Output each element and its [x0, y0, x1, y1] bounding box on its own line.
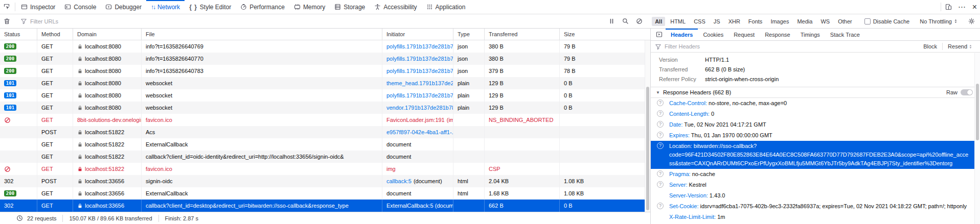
node-picker-button[interactable]: [0, 0, 14, 14]
help-icon[interactable]: ?: [657, 170, 664, 177]
details-panel-toggle-button[interactable]: [651, 29, 666, 40]
initiator-link[interactable]: callback:5: [386, 178, 412, 184]
details-tab-response[interactable]: Response: [760, 29, 795, 40]
table-row[interactable]: 200GETlocalhost:33656ExternalCallbackdoc…: [0, 187, 650, 200]
block-url-button[interactable]: Block: [920, 42, 940, 51]
disable-cache-checkbox[interactable]: Disable Cache: [861, 18, 914, 24]
initiator-link[interactable]: FaviconLoader.jsm:191: [386, 117, 445, 123]
column-header-initiator[interactable]: Initiator: [382, 29, 453, 40]
filter-pill-images[interactable]: Images: [767, 17, 792, 26]
tab-performance[interactable]: Performance: [236, 0, 289, 14]
column-header-domain[interactable]: Domain: [73, 29, 142, 40]
initiator-link[interactable]: e957f897-042e-4ba1-aff1-...: [386, 129, 453, 135]
initiator-link[interactable]: polyfills.1791b137de281b787...: [386, 68, 453, 74]
tab-network[interactable]: ↑↓Network: [146, 0, 185, 14]
tab-accessibility[interactable]: Accessibility: [370, 0, 421, 14]
initiator-link[interactable]: polyfills.1791b137de281b787...: [386, 92, 453, 98]
help-icon[interactable]: ?: [657, 203, 664, 209]
column-header-type[interactable]: Type: [453, 29, 485, 40]
close-devtools-button[interactable]: ×: [969, 0, 980, 14]
initiator-link[interactable]: vendor.1791b137de281b787...: [386, 105, 453, 111]
header-item-set-cookie[interactable]: ?Set-Cookie: idsrv=adf6cba1-7075-402b-9e…: [651, 201, 980, 212]
pause-recording-button[interactable]: [605, 18, 619, 24]
help-icon[interactable]: ?: [657, 121, 664, 128]
help-icon[interactable]: ?: [657, 142, 664, 149]
table-row[interactable]: GETlocalhost:51822callback?client_id=oid…: [0, 151, 650, 163]
filter-pill-js[interactable]: JS: [711, 17, 723, 26]
table-row[interactable]: POSTlocalhost:51822Acse957f897-042e-4ba1…: [0, 126, 650, 138]
column-header-method[interactable]: Method: [37, 29, 73, 40]
details-tab-headers[interactable]: Headers: [666, 29, 698, 40]
header-item-expires[interactable]: ?Expires: Thu, 01 Jan 1970 00:00:00 GMT: [651, 130, 980, 141]
filter-pill-all[interactable]: All: [652, 17, 665, 26]
resend-button[interactable]: Resend: [945, 42, 976, 51]
filter-pill-fonts[interactable]: Fonts: [745, 17, 766, 26]
filter-pill-ws[interactable]: WS: [817, 17, 833, 26]
scrollbar-thumb[interactable]: [976, 84, 979, 140]
table-row[interactable]: GETlocalhost:51822favicon.icoimgCSP: [0, 163, 650, 175]
initiator-link[interactable]: polyfills.1791b137de281b787...: [386, 43, 453, 49]
throttling-dropdown[interactable]: No Throttling: [916, 18, 962, 24]
responsive-design-button[interactable]: [942, 0, 955, 14]
performance-analysis-icon[interactable]: [16, 215, 23, 221]
filter-urls-input[interactable]: Filter URLs: [16, 18, 62, 24]
tab-storage[interactable]: Storage: [330, 0, 370, 14]
search-button[interactable]: [619, 18, 632, 24]
initiator-link[interactable]: polyfills.1791b137de281b787...: [386, 56, 453, 62]
header-item-server[interactable]: ?Server: Kestrel: [651, 180, 980, 190]
details-tab-request[interactable]: Request: [728, 29, 760, 40]
column-header-file[interactable]: File: [142, 29, 382, 40]
header-item-pragma[interactable]: ?Pragma: no-cache: [651, 169, 980, 180]
table-row[interactable]: GET8bit-solutions-dev.onelogin....favico…: [0, 114, 650, 126]
table-row[interactable]: 302POSTlocalhost:33656signin-oidccallbac…: [0, 175, 650, 187]
filter-pill-media[interactable]: Media: [794, 17, 815, 26]
header-item-x-rate-limit-limit[interactable]: X-Rate-Limit-Limit: 1m: [651, 212, 980, 222]
header-item-content-length[interactable]: ?Content-Length: 0: [651, 109, 980, 119]
table-row[interactable]: 101GETlocalhost:8080websocketvendor.1791…: [0, 102, 650, 114]
table-row[interactable]: 101GETlocalhost:8080websockettheme_head.…: [0, 77, 650, 89]
tab-inspector[interactable]: Inspector: [16, 0, 60, 14]
help-icon[interactable]: ?: [657, 181, 664, 188]
blocked-icon: [4, 166, 11, 172]
initiator-link[interactable]: theme_head.1791b137de281...: [386, 80, 453, 86]
network-settings-button[interactable]: [965, 18, 980, 24]
tab-application[interactable]: Application: [422, 0, 470, 14]
header-item-date[interactable]: ?Date: Tue, 02 Nov 2021 04:17:21 GMT: [651, 119, 980, 130]
header-item-cache-control[interactable]: ?Cache-Control: no-store, no-cache, max-…: [651, 98, 980, 109]
filter-pill-html[interactable]: HTML: [667, 17, 689, 26]
header-item-server-version[interactable]: Server-Version: 1.43.0: [651, 190, 980, 201]
column-header-size[interactable]: Size: [560, 29, 650, 40]
details-scrollbar[interactable]: [974, 53, 980, 224]
table-row[interactable]: 200GETlocalhost:8080info?t=1635826640770…: [0, 53, 650, 65]
clear-requests-button[interactable]: [0, 18, 14, 24]
filter-pill-xhr[interactable]: XHR: [725, 17, 743, 26]
tab-console[interactable]: Console: [60, 0, 101, 14]
help-icon[interactable]: ?: [657, 110, 664, 117]
filter-pill-other[interactable]: Other: [835, 17, 855, 26]
details-tab-cookies[interactable]: Cookies: [698, 29, 728, 40]
raw-toggle[interactable]: [961, 89, 973, 95]
toolbox-menu-button[interactable]: ⋯: [955, 0, 969, 14]
tab-label: Accessibility: [383, 4, 417, 11]
request-blocking-button[interactable]: [632, 18, 646, 24]
table-row[interactable]: GETlocalhost:51822ExternalCallbackdocume…: [0, 138, 650, 151]
help-icon[interactable]: ?: [657, 99, 664, 106]
header-item-location[interactable]: ?Location: bitwarden://sso-callback?code…: [651, 141, 980, 169]
table-row[interactable]: 200GETlocalhost:8080info?t=1635826640783…: [0, 65, 650, 77]
tab-debugger[interactable]: Debugger: [101, 0, 146, 14]
response-headers-section[interactable]: ▼ Response Headers (662 B) Raw: [651, 87, 980, 98]
help-icon[interactable]: ?: [657, 132, 664, 138]
tab-style-editor[interactable]: { }Style Editor: [185, 0, 236, 14]
tab-memory[interactable]: Memory: [289, 0, 330, 14]
request-list-scrollbar[interactable]: [645, 40, 650, 212]
table-row[interactable]: 200GETlocalhost:8080info?t=1635826640769…: [0, 40, 650, 53]
table-row[interactable]: 302GETlocalhost:33656callback?client_id=…: [0, 200, 650, 212]
details-tab-stack-trace[interactable]: Stack Trace: [825, 29, 865, 40]
details-tab-timings[interactable]: Timings: [795, 29, 825, 40]
filter-pill-css[interactable]: CSS: [691, 17, 709, 26]
column-header-transferred[interactable]: Transferred: [485, 29, 560, 40]
column-header-status[interactable]: Status: [0, 29, 37, 40]
filter-headers-input[interactable]: Filter Headers: [665, 43, 920, 49]
table-row[interactable]: 101GETlocalhost:8080websocketpolyfills.1…: [0, 89, 650, 102]
scrollbar-thumb[interactable]: [646, 87, 649, 210]
